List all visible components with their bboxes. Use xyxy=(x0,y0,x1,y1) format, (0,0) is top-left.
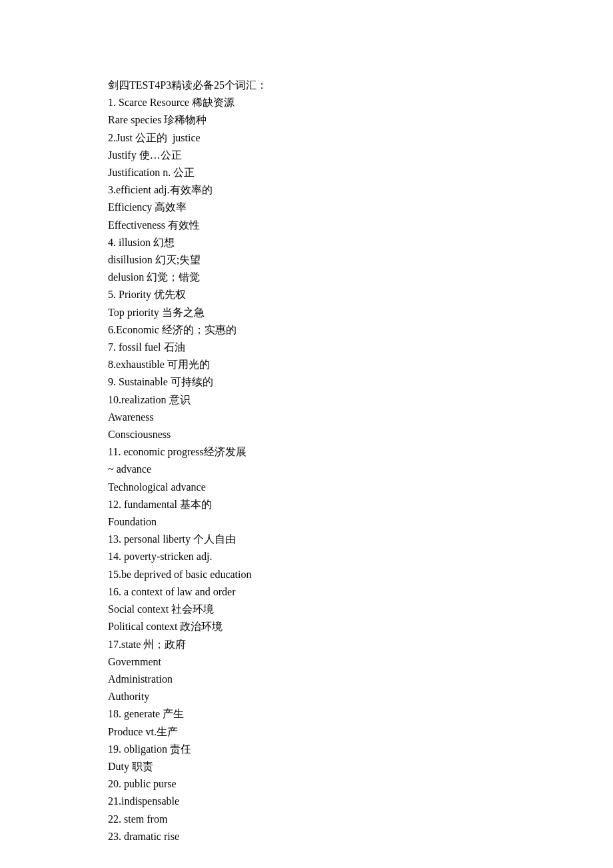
text-line: 剑四TEST4P3精读必备25个词汇： xyxy=(108,77,613,94)
text-line: Government xyxy=(108,653,613,671)
text-line: Produce vt.生产 xyxy=(108,723,613,741)
text-line: ~ advance xyxy=(108,461,613,478)
text-line: 16. a context of law and order xyxy=(108,583,613,601)
text-line: delusion 幻觉；错觉 xyxy=(108,269,613,286)
text-line: Efficiency 高效率 xyxy=(108,199,613,216)
text-line: Rare species 珍稀物种 xyxy=(108,111,613,129)
text-line: Duty 职责 xyxy=(108,758,613,775)
text-line: disillusion 幻灭;失望 xyxy=(108,251,613,269)
text-line: Technological advance xyxy=(108,479,613,496)
text-line: Political context 政治环境 xyxy=(108,618,613,635)
text-line: 17.state 州；政府 xyxy=(108,636,613,653)
text-line: Awareness xyxy=(108,409,613,426)
text-line: 12. fundamental 基本的 xyxy=(108,496,613,513)
text-line: Administration xyxy=(108,671,613,688)
text-line: 2.Just 公正的 justice xyxy=(108,129,613,147)
text-line: 22. stem from xyxy=(108,811,613,828)
text-line: 18. generate 产生 xyxy=(108,705,613,723)
text-line: Effectiveness 有效性 xyxy=(108,217,613,234)
text-line: 4. illusion 幻想 xyxy=(108,234,613,251)
text-line: Authority xyxy=(108,688,613,705)
text-line: Consciousness xyxy=(108,426,613,443)
text-line: 10.realization 意识 xyxy=(108,391,613,409)
text-line: 3.efficient adj.有效率的 xyxy=(108,181,613,199)
text-line: 7. fossil fuel 石油 xyxy=(108,339,613,356)
text-line: 6.Economic 经济的；实惠的 xyxy=(108,321,613,339)
text-line: 14. poverty-stricken adj. xyxy=(108,548,613,565)
text-line: 1. Scarce Resource 稀缺资源 xyxy=(108,94,613,111)
text-line: 13. personal liberty 个人自由 xyxy=(108,531,613,548)
text-line: 5. Priority 优先权 xyxy=(108,286,613,303)
text-line: Justify 使…公正 xyxy=(108,147,613,164)
text-line: 20. public purse xyxy=(108,775,613,793)
text-line: 19. obligation 责任 xyxy=(108,741,613,758)
text-line: Justification n. 公正 xyxy=(108,164,613,181)
document-page: 剑四TEST4P3精读必备25个词汇： 1. Scarce Resource 稀… xyxy=(0,0,613,845)
text-line: 23. dramatic rise xyxy=(108,828,613,845)
text-line: Top priority 当务之急 xyxy=(108,304,613,321)
text-line: 15.be deprived of basic education xyxy=(108,566,613,583)
text-line: 8.exhaustible 可用光的 xyxy=(108,356,613,373)
text-line: 21.indispensable xyxy=(108,793,613,810)
text-line: 11. economic progress经济发展 xyxy=(108,443,613,461)
text-line: Foundation xyxy=(108,513,613,531)
text-line: 9. Sustainable 可持续的 xyxy=(108,373,613,391)
text-line: Social context 社会环境 xyxy=(108,601,613,618)
